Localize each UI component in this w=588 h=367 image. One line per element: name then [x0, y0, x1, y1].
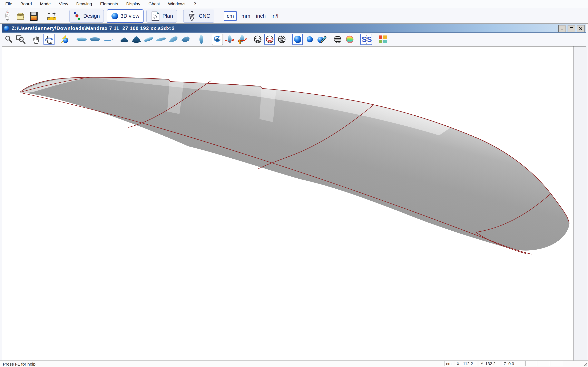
- menu-bar: File Board Mode View Drawing Elements Di…: [0, 0, 588, 8]
- unit-inch[interactable]: inch: [254, 13, 268, 19]
- 3d-view-label: 3D view: [121, 13, 139, 19]
- units-selector: cm mm inch in/f: [224, 11, 281, 21]
- minimize-button[interactable]: [558, 25, 566, 32]
- solid-render-icon[interactable]: [292, 34, 303, 45]
- new-board-icon[interactable]: [2, 10, 13, 22]
- menu-board[interactable]: Board: [16, 0, 36, 8]
- svg-text:S: S: [362, 35, 367, 44]
- status-empty-panel: [551, 361, 562, 366]
- symmetry-check-icon[interactable]: S S: [360, 34, 372, 45]
- view-tilt-right-icon[interactable]: [156, 34, 167, 45]
- view-toolbar: S S: [2, 33, 586, 47]
- svg-text:0: 0: [53, 18, 54, 20]
- menu-display[interactable]: Display: [122, 0, 144, 8]
- view-nose-icon[interactable]: [119, 34, 130, 45]
- status-empty-panel: [525, 361, 537, 366]
- menu-mode[interactable]: Mode: [36, 0, 55, 8]
- view-side-profile-icon[interactable]: [196, 34, 207, 45]
- maximize-button[interactable]: [568, 25, 575, 32]
- document-window: Z:\Users\dennery\Downloads\Mandrax 7 11 …: [2, 24, 586, 360]
- view-perspective-left-icon[interactable]: [168, 34, 179, 45]
- status-help-text: Press F1 for help: [3, 362, 35, 367]
- menu-help[interactable]: ?: [190, 0, 200, 8]
- status-z: Z: 0.0: [502, 361, 524, 366]
- status-bar: Press F1 for help cm X: -112.2 Y: 132.2 …: [0, 360, 588, 367]
- viewport-area: [2, 47, 586, 360]
- design-icon: [73, 11, 81, 21]
- menu-ghost[interactable]: Ghost: [144, 0, 164, 8]
- view-tilt-left-icon[interactable]: [143, 34, 154, 45]
- document-title-bar[interactable]: Z:\Users\dennery\Downloads\Mandrax 7 11 …: [2, 24, 586, 33]
- status-unit: cm: [444, 361, 453, 366]
- document-icon: [3, 25, 9, 31]
- save-file-icon[interactable]: [28, 10, 39, 22]
- unit-cm-selected[interactable]: cm: [224, 11, 237, 21]
- view-front-edge-icon[interactable]: [102, 34, 114, 45]
- view-top-icon[interactable]: [76, 34, 87, 45]
- wireframe-mesh-icon[interactable]: [277, 34, 287, 45]
- sphere-icon: [111, 12, 118, 20]
- menu-view[interactable]: View: [55, 0, 72, 8]
- surfboard-3d-render: [2, 47, 573, 360]
- menu-drawing[interactable]: Drawing: [72, 0, 96, 8]
- cnc-icon: [187, 11, 197, 21]
- 3d-view-button[interactable]: 3D view: [107, 9, 144, 23]
- menu-elements[interactable]: Elements: [96, 0, 122, 8]
- render-light-icon[interactable]: [60, 34, 70, 45]
- zoom-window-icon[interactable]: [16, 34, 26, 45]
- cnc-button[interactable]: CNC: [183, 9, 214, 23]
- shape3d-app: File Board Mode View Drawing Elements Di…: [0, 0, 588, 367]
- auto-rotate-icon[interactable]: [212, 34, 223, 45]
- plan-label: Plan: [162, 13, 173, 19]
- 3d-viewport[interactable]: [2, 47, 573, 360]
- annotate-surface-icon[interactable]: [316, 34, 327, 45]
- wireframe-sections-red-icon[interactable]: [264, 34, 275, 45]
- resize-grip[interactable]: [583, 362, 588, 367]
- status-y: Y: 132.2: [479, 361, 501, 366]
- zebra-stripes-icon[interactable]: [332, 34, 343, 45]
- windows-colors-icon[interactable]: [378, 34, 388, 45]
- status-empty-panel: [538, 361, 550, 366]
- design-button[interactable]: Design: [69, 9, 104, 23]
- document-title: Z:\Users\dennery\Downloads\Mandrax 7 11 …: [12, 25, 175, 31]
- measurements-icon[interactable]: 1 0: [46, 10, 58, 22]
- viewport-right-margin: [573, 47, 587, 360]
- rotate-vertical-right-icon[interactable]: [236, 34, 247, 45]
- cnc-label: CNC: [199, 13, 210, 19]
- menu-file[interactable]: File: [1, 0, 16, 8]
- wireframe-sections-icon[interactable]: [252, 34, 263, 45]
- main-toolbar: 1 0 Design 3D view: [0, 8, 588, 24]
- view-tail-icon[interactable]: [131, 34, 142, 45]
- plan-button[interactable]: Plan: [146, 9, 177, 23]
- close-button[interactable]: [577, 25, 585, 32]
- svg-text:S: S: [367, 35, 372, 44]
- rotate-vertical-left-icon[interactable]: [224, 34, 235, 45]
- view-perspective-right-icon[interactable]: [180, 34, 191, 45]
- view-bottom-icon[interactable]: [89, 34, 101, 45]
- svg-text:1: 1: [49, 18, 50, 20]
- status-x: X: -112.2: [455, 361, 477, 366]
- unit-mm[interactable]: mm: [239, 13, 252, 19]
- unit-inf[interactable]: in/f: [269, 13, 281, 19]
- design-label: Design: [83, 13, 100, 19]
- unit-cm-label: cm: [226, 13, 234, 19]
- rotate-3d-icon[interactable]: [43, 34, 54, 45]
- solid-render-small-icon[interactable]: [304, 34, 315, 45]
- window-controls: [558, 25, 585, 32]
- pan-hand-icon[interactable]: [31, 34, 42, 45]
- zoom-in-icon[interactable]: [3, 34, 14, 45]
- curvature-map-icon[interactable]: [345, 34, 355, 45]
- open-file-icon[interactable]: [15, 10, 26, 22]
- menu-windows[interactable]: Windows: [164, 0, 190, 8]
- coordinate-readout: cm X: -112.2 Y: 132.2 Z: 0.0: [444, 361, 562, 366]
- plan-icon: [150, 11, 160, 21]
